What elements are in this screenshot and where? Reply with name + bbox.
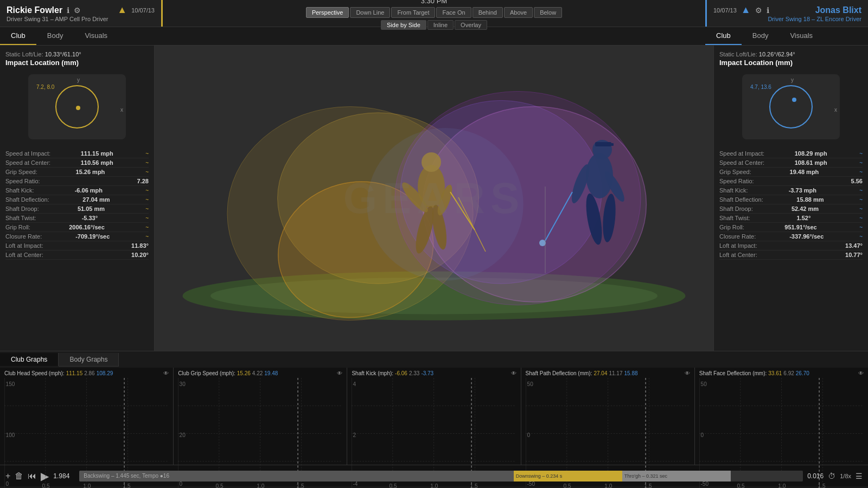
stat-value: 111.15 mph <box>81 150 113 157</box>
tab-face-on[interactable]: Face On <box>436 7 471 18</box>
svg-text:30: 30 <box>180 381 186 387</box>
svg-text:4: 4 <box>353 381 356 387</box>
left-impact-circle <box>55 85 99 129</box>
stat-label: Shaft Droop: <box>5 206 39 212</box>
svg-text:150: 150 <box>6 381 15 387</box>
graph-val3: 19.48 <box>264 370 278 376</box>
timeline[interactable]: Backswing – 1.445 sec, Tempo ●16 Downswi… <box>79 471 803 481</box>
svg-text:0.5: 0.5 <box>390 483 397 488</box>
svg-text:0.5: 0.5 <box>737 483 744 488</box>
graph-val1: -6.06 <box>395 370 407 376</box>
right-stat-row: Shaft Twist: 1.52° ~ <box>719 214 863 223</box>
left-stat-row: Speed Ratio: 7.28 <box>5 177 149 186</box>
stat-icon: ~ <box>145 151 149 157</box>
stat-label: Shaft Deflection: <box>5 196 49 203</box>
left-stat-row: Grip Roll: 2006.16°/sec ~ <box>5 223 149 232</box>
right-loft-val: 10.26°/62.94° <box>759 51 795 57</box>
svg-text:-50: -50 <box>527 481 535 487</box>
graph-eye-icon[interactable]: 👁 <box>163 370 169 376</box>
left-impact-dot <box>76 106 80 110</box>
right-tab-body[interactable]: Body <box>742 27 780 45</box>
graph-panel-4: Shaft Face Deflection (mm): 33.61 6.92 2… <box>695 368 868 465</box>
stat-value: 13.47° <box>845 242 863 249</box>
graph-val3: 26.70 <box>796 370 809 376</box>
graph-val2: 2.33 <box>409 370 419 376</box>
graph-eye-icon[interactable]: 👁 <box>511 370 516 376</box>
stat-icon: ~ <box>859 151 863 157</box>
stat-label: Speed at Center: <box>5 159 50 166</box>
graph-val1: 15.26 <box>237 370 251 376</box>
svg-text:0: 0 <box>700 432 704 438</box>
graph-eye-icon[interactable]: 👁 <box>858 370 864 376</box>
svg-text:0: 0 <box>180 481 183 487</box>
settings-icon-left[interactable]: ⚙ <box>74 6 81 15</box>
time-display: 3:30 PM <box>421 0 447 5</box>
graph-header: Club Head Speed (mph): 111.15 2.86 108.2… <box>4 370 169 376</box>
left-stat-row: Closure Rate: -709.19°/sec ~ <box>5 232 149 241</box>
graph-panel-0: Club Head Speed (mph): 111.15 2.86 108.2… <box>0 368 174 465</box>
graph-title: Club Head Speed (mph): <box>4 370 65 376</box>
tab-above[interactable]: Above <box>504 7 533 18</box>
info-icon-right[interactable]: ℹ <box>767 6 769 15</box>
graph-val3: 15.88 <box>624 370 638 376</box>
stat-value: 15.88 mm <box>796 196 824 203</box>
tab-from-target[interactable]: From Target <box>391 7 435 18</box>
left-stat-row: Shaft Deflection: 27.04 mm ~ <box>5 195 149 204</box>
player-right-date: 10/07/13 <box>713 7 737 14</box>
left-tab-club[interactable]: Club <box>0 27 36 45</box>
player-left-swing: Driver Swing 31 – AMP Cell Pro Driver <box>7 16 155 22</box>
stat-value: 19.48 mph <box>790 169 819 175</box>
svg-text:50: 50 <box>700 381 707 387</box>
tab-perspective[interactable]: Perspective <box>306 7 349 18</box>
svg-point-10 <box>422 152 441 172</box>
graph-header: Shaft Path Deflection (mm): 27.04 11.17 … <box>526 370 690 376</box>
downswing-label: Downswing – 0.234 s <box>516 473 563 479</box>
tab-behind[interactable]: Behind <box>473 7 503 18</box>
graph-header: Shaft Kick (mph): -6.06 2.33 -3.73 👁 <box>352 370 516 376</box>
tab-down-line[interactable]: Down Line <box>350 7 390 18</box>
left-tab-body[interactable]: Body <box>36 27 74 45</box>
right-loft-row: Static Loft/Lie: 10.26°/62.94° <box>719 51 863 57</box>
through-label: Thro'gh – 0.321 sec <box>624 473 667 479</box>
info-icon-left[interactable]: ℹ <box>67 6 69 15</box>
right-stat-row: Speed Ratio: 5.56 <box>719 177 863 186</box>
stat-value: -709.19°/sec <box>75 233 110 240</box>
graph-eye-icon[interactable]: 👁 <box>337 370 342 376</box>
svg-text:50: 50 <box>527 381 533 387</box>
stat-icon: ~ <box>859 224 863 230</box>
right-tab-visuals[interactable]: Visuals <box>779 27 824 45</box>
left-tab-visuals[interactable]: Visuals <box>74 27 118 45</box>
stat-icon: ~ <box>145 206 149 212</box>
stat-icon: ~ <box>145 234 149 240</box>
graph-tab-body[interactable]: Body Graphs <box>59 353 119 367</box>
right-tab-club[interactable]: Club <box>705 27 742 45</box>
right-stat-row: Loft at Center: 10.77° <box>719 251 863 260</box>
stat-value: 108.29 mph <box>795 150 827 157</box>
right-impact-diagram: y x 4.7, 13.6 <box>742 74 840 139</box>
stat-icon: ~ <box>859 197 863 203</box>
through-segment[interactable]: Thro'gh – 0.321 sec <box>622 471 731 481</box>
downswing-segment[interactable]: Downswing – 0.234 s <box>514 471 622 481</box>
graph-val3: 108.29 <box>97 370 113 376</box>
left-stat-row: Grip Speed: 15.26 mph ~ <box>5 168 149 177</box>
graph-title: Club Grip Speed (mph): <box>178 370 235 376</box>
graph-eye-icon[interactable]: 👁 <box>685 370 690 376</box>
view-tabs: Perspective Down Line From Target Face O… <box>306 7 562 18</box>
svg-text:1.0: 1.0 <box>604 483 612 488</box>
stat-label: Speed at Impact: <box>5 150 50 157</box>
left-stat-row: Speed at Impact: 111.15 mph ~ <box>5 149 149 158</box>
player-left-header: Rickie Fowler ℹ ⚙ ▲ 10/07/13 Driver Swin… <box>0 0 163 27</box>
right-stat-row: Shaft Droop: 52.42 mm ~ <box>719 204 863 214</box>
settings-icon-right[interactable]: ⚙ <box>755 6 762 15</box>
svg-text:1.5: 1.5 <box>470 483 478 488</box>
right-stats-grid: Speed at Impact: 108.29 mph ~Speed at Ce… <box>719 149 863 260</box>
stat-label: Grip Roll: <box>5 224 30 230</box>
graphs-container: Club Head Speed (mph): 111.15 2.86 108.2… <box>0 368 868 465</box>
backswing-segment[interactable]: Backswing – 1.445 sec, Tempo ●16 <box>79 471 513 481</box>
graph-section: Club Graphs Body Graphs Club Head Speed … <box>0 351 868 465</box>
stat-value: -337.96°/sec <box>789 233 824 240</box>
tab-below[interactable]: Below <box>534 7 562 18</box>
graph-tab-club[interactable]: Club Graphs <box>0 353 59 366</box>
graph-panel-3: Shaft Path Deflection (mm): 27.04 11.17 … <box>521 368 695 465</box>
stat-label: Grip Roll: <box>719 224 744 230</box>
